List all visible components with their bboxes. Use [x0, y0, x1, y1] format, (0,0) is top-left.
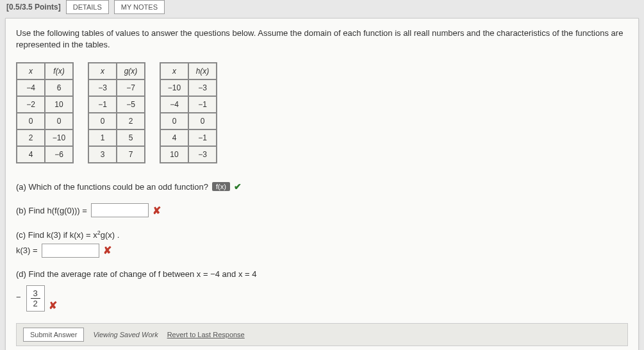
x-icon: ✘ — [103, 244, 111, 256]
revert-link[interactable]: Revert to Last Response — [167, 331, 245, 338]
points-label: [0.5/3.5 Points] — [6, 3, 61, 12]
question-a: (a) Which of the functions could be an o… — [16, 181, 628, 192]
table-row: −46 — [17, 79, 73, 96]
x-icon: ✘ — [153, 204, 161, 217]
question-d-text: (d) Find the average rate of change of f… — [16, 269, 256, 279]
question-b: (b) Find h(f(g(0))) = ✘ — [16, 203, 628, 217]
question-d: (d) Find the average rate of change of f… — [16, 269, 628, 279]
table-row: 00 — [160, 113, 217, 129]
table-row: 15 — [88, 129, 145, 146]
table-row: −3−7 — [88, 79, 145, 96]
my-notes-button[interactable]: MY NOTES — [114, 0, 165, 14]
x-icon: ✘ — [49, 299, 57, 312]
table-row: 02 — [88, 113, 145, 129]
table-row: −4−1 — [160, 96, 217, 113]
check-icon: ✔ — [234, 181, 242, 192]
fraction-numerator: 3 — [31, 288, 40, 299]
table-row: 00 — [17, 113, 73, 129]
table-row: −210 — [17, 96, 73, 113]
status-text: Viewing Saved Work — [93, 331, 158, 338]
table-row: 2−10 — [17, 129, 73, 146]
question-b-text: (b) Find h(f(g(0))) = — [16, 206, 87, 215]
table-h: xh(x) −10−3 −4−1 00 4−1 10−3 — [160, 62, 217, 163]
status-bar: Submit Answer Viewing Saved Work Revert … — [16, 323, 628, 346]
answer-b-input[interactable] — [91, 203, 149, 217]
details-button[interactable]: DETAILS — [66, 0, 109, 14]
table-g: xg(x) −3−7 −1−5 02 15 37 — [88, 62, 145, 163]
question-c-answer: k(3) = ✘ — [16, 244, 628, 258]
question-a-text: (a) Which of the functions could be an o… — [16, 182, 208, 192]
table-f: xf(x) −46 −210 00 2−10 4−6 — [16, 62, 74, 163]
question-prompt: Use the following tables of values to an… — [16, 28, 628, 51]
table-row: −10−3 — [160, 79, 217, 96]
k3-label: k(3) = — [16, 246, 38, 255]
answer-d-fraction[interactable]: 3 2 — [26, 285, 45, 312]
question-c: (c) Find k(3) if k(x) = x2g(x) . — [16, 229, 628, 239]
table-row: 37 — [88, 146, 145, 163]
answer-c-input[interactable] — [42, 244, 99, 258]
table-row: 4−1 — [160, 129, 217, 146]
fraction-denominator: 2 — [31, 299, 40, 308]
negative-sign: − — [16, 292, 21, 302]
table-row: 10−3 — [160, 146, 217, 163]
table-row: −1−5 — [88, 96, 145, 113]
question-d-answer: − 3 2 ✘ — [16, 283, 628, 312]
submit-answer-button[interactable]: Submit Answer — [23, 328, 84, 342]
answer-a-badge[interactable]: f(x) — [212, 182, 230, 191]
table-row: 4−6 — [17, 146, 73, 163]
question-c-text: (c) Find k(3) if k(x) = x2g(x) . — [16, 230, 119, 240]
tables-row: xf(x) −46 −210 00 2−10 4−6 xg(x) −3−7 −1… — [16, 62, 628, 163]
question-container: Use the following tables of values to an… — [5, 18, 639, 350]
